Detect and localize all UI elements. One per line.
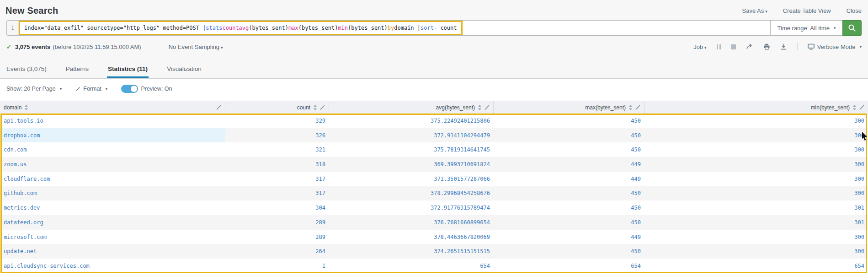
cell-value[interactable]: 301 xyxy=(644,215,868,230)
cell-domain[interactable]: metrics.dev xyxy=(0,200,225,215)
cell-value[interactable]: 289 xyxy=(225,215,329,230)
cell-value[interactable]: 449 xyxy=(494,230,644,244)
pause-icon[interactable] xyxy=(717,44,721,49)
per-page-dropdown[interactable]: Show: 20 Per Page▾ xyxy=(6,86,62,92)
column-label: max(bytes_sent) xyxy=(585,104,626,111)
cell-value[interactable]: 300 xyxy=(644,142,868,157)
cell-domain[interactable]: cdn.com xyxy=(0,142,225,157)
table-row: dropbox.com326372.9141104294479450300 xyxy=(0,128,868,143)
column-header-domain[interactable]: domain xyxy=(0,101,225,114)
cell-value[interactable]: 450 xyxy=(494,200,644,215)
cell-value[interactable]: 300 xyxy=(644,128,868,143)
column-header-min-bytes-sent[interactable]: min(bytes_sent) xyxy=(644,101,868,114)
cell-value[interactable]: 376.7681660899654 xyxy=(329,215,494,230)
cell-domain[interactable]: dropbox.com xyxy=(0,128,225,143)
cell-value[interactable]: 369.3993710691824 xyxy=(329,157,494,172)
edit-column-icon[interactable] xyxy=(485,105,490,110)
event-sampling-dropdown[interactable]: No Event Sampling▾ xyxy=(169,43,223,50)
cell-value[interactable]: 654 xyxy=(644,259,868,273)
tab-patterns[interactable]: Patterns xyxy=(65,65,90,78)
cell-value[interactable]: 300 xyxy=(644,186,868,201)
cell-value[interactable]: 450 xyxy=(494,186,644,201)
cell-value[interactable]: 264 xyxy=(225,244,329,259)
cell-value[interactable]: 301 xyxy=(644,200,868,215)
cell-value[interactable]: 321 xyxy=(225,142,329,157)
cell-domain[interactable]: microsoft.com xyxy=(0,230,225,244)
query-token: sort xyxy=(421,25,434,31)
stop-icon[interactable] xyxy=(731,44,736,49)
cell-value[interactable]: 371.3501577287066 xyxy=(329,172,494,186)
query-token: max xyxy=(288,25,298,31)
share-icon[interactable] xyxy=(746,43,753,50)
sort-icon[interactable] xyxy=(853,105,856,110)
edit-column-icon[interactable] xyxy=(635,105,640,110)
cell-value[interactable]: 375.22492401215806 xyxy=(329,114,494,128)
cell-value[interactable]: 450 xyxy=(494,128,644,143)
divider xyxy=(797,43,798,50)
cell-value[interactable]: 449 xyxy=(494,172,644,186)
search-query-input[interactable]: index="data_exfil" sourcetype="http_logs… xyxy=(19,21,770,35)
cell-domain[interactable]: zoom.us xyxy=(0,157,225,172)
action-close[interactable]: Close xyxy=(847,7,862,14)
cell-value[interactable]: 449 xyxy=(494,157,644,172)
preview-toggle[interactable] xyxy=(121,85,138,93)
time-range-picker[interactable]: Time range: All time ▾ xyxy=(770,21,842,35)
query-token: avg xyxy=(239,25,249,31)
cell-domain[interactable]: update.net xyxy=(0,244,225,259)
tab-events[interactable]: Events (3,075) xyxy=(5,65,48,78)
cell-value[interactable]: 372.91776315789474 xyxy=(329,200,494,215)
cell-value[interactable]: 450 xyxy=(494,142,644,157)
print-icon[interactable] xyxy=(763,43,770,50)
cell-value[interactable]: 300 xyxy=(644,244,868,259)
download-icon[interactable] xyxy=(780,43,787,50)
cell-value[interactable]: 300 xyxy=(644,114,868,128)
cell-domain[interactable]: datafeed.org xyxy=(0,215,225,230)
sort-icon[interactable] xyxy=(629,105,632,110)
cell-domain[interactable]: github.com xyxy=(0,186,225,201)
sort-icon[interactable] xyxy=(25,105,28,110)
cell-value[interactable]: 378.29968454258676 xyxy=(329,186,494,201)
table-body: api.tools.io329375.22492401215806450300d… xyxy=(0,114,868,273)
column-header-max-bytes-sent[interactable]: max(bytes_sent) xyxy=(494,101,644,114)
cell-value[interactable]: 317 xyxy=(225,172,329,186)
cell-value[interactable]: 375.7819314641745 xyxy=(329,142,494,157)
time-range-label: Time range: All time xyxy=(777,25,830,32)
cell-value[interactable]: 300 xyxy=(644,172,868,186)
sort-icon[interactable] xyxy=(478,105,481,110)
cell-value[interactable]: 378.4463667820069 xyxy=(329,230,494,244)
cell-value[interactable]: 450 xyxy=(494,114,644,128)
tab-visualization[interactable]: Visualization xyxy=(166,65,202,78)
cell-domain[interactable]: api.tools.io xyxy=(0,114,225,128)
cell-value[interactable]: 326 xyxy=(225,128,329,143)
edit-column-icon[interactable] xyxy=(320,105,325,110)
cell-value[interactable]: 289 xyxy=(225,230,329,244)
cell-value[interactable]: 300 xyxy=(644,157,868,172)
cell-value[interactable]: 372.9141104294479 xyxy=(329,128,494,143)
action-create-table-view[interactable]: Create Table View xyxy=(783,7,831,14)
sort-icon[interactable] xyxy=(314,105,317,110)
column-header-count[interactable]: count xyxy=(225,101,329,114)
action-save-as[interactable]: Save As▾ xyxy=(742,7,767,14)
search-mode-dropdown[interactable]: Verbose Mode ▾ xyxy=(808,43,862,50)
cell-domain[interactable]: api.cloudsync-services.com xyxy=(0,259,225,273)
edit-column-icon[interactable] xyxy=(216,105,221,110)
cell-value[interactable]: 374.2651515151515 xyxy=(329,244,494,259)
search-button[interactable] xyxy=(842,20,862,36)
cell-value[interactable]: 329 xyxy=(225,114,329,128)
cell-value[interactable]: 450 xyxy=(494,215,644,230)
format-dropdown[interactable]: Format ▾ xyxy=(75,86,107,92)
tab-statistics[interactable]: Statistics (11) xyxy=(107,65,149,78)
cell-value[interactable]: 654 xyxy=(494,259,644,273)
job-menu[interactable]: Job▾ xyxy=(693,43,707,50)
cell-value[interactable]: 318 xyxy=(225,157,329,172)
edit-column-icon[interactable] xyxy=(859,105,864,110)
cell-value[interactable]: 1 xyxy=(225,259,329,273)
cell-value[interactable]: 450 xyxy=(494,244,644,259)
cell-domain[interactable]: cloudflare.com xyxy=(0,172,225,186)
cell-value[interactable]: 317 xyxy=(225,186,329,201)
column-header-avg-bytes-sent[interactable]: avg(bytes_sent) xyxy=(329,101,494,114)
cell-value[interactable]: 654 xyxy=(329,259,494,273)
cell-value[interactable]: 304 xyxy=(225,200,329,215)
table-row: api.tools.io329375.22492401215806450300 xyxy=(0,114,868,128)
cell-value[interactable]: 300 xyxy=(644,230,868,244)
